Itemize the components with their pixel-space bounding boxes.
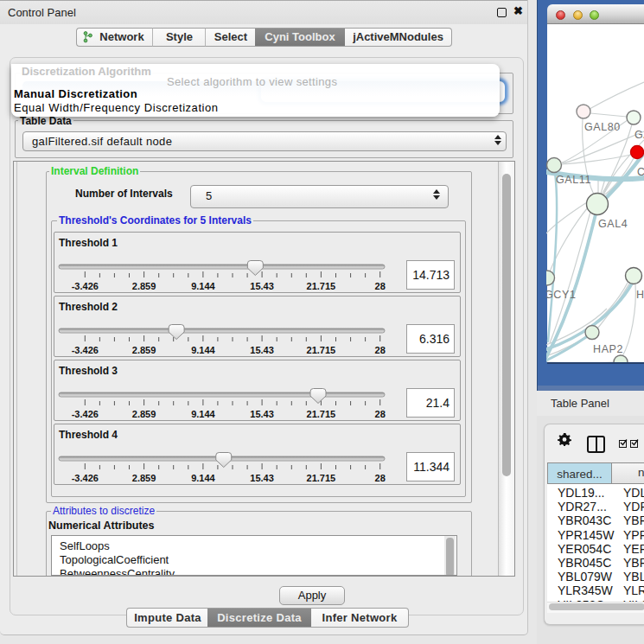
svg-text:15.43: 15.43 [250,281,274,291]
svg-text:21.715: 21.715 [307,345,336,355]
svg-text:GCY1: GCY1 [546,289,576,301]
svg-text:H: H [636,289,644,301]
svg-text:-3.426: -3.426 [72,473,99,483]
svg-text:2.859: 2.859 [132,345,156,355]
svg-text:-3.426: -3.426 [72,281,99,291]
svg-text:2.859: 2.859 [132,473,156,483]
svg-text:15.43: 15.43 [250,409,274,419]
svg-text:9.144: 9.144 [191,409,215,419]
svg-text:28: 28 [375,473,386,483]
svg-text:15.43: 15.43 [250,473,274,483]
svg-text:GAL4: GAL4 [598,218,628,230]
svg-text:28: 28 [375,281,386,291]
svg-text:28: 28 [375,409,386,419]
svg-text:GA: GA [634,129,644,141]
svg-text:2.859: 2.859 [132,409,156,419]
svg-text:9.144: 9.144 [191,473,215,483]
svg-text:GAL80: GAL80 [584,121,621,133]
svg-text:21.715: 21.715 [307,409,336,419]
svg-text:21.715: 21.715 [307,473,336,483]
svg-text:15.43: 15.43 [250,345,274,355]
svg-text:GAL11: GAL11 [556,174,591,186]
svg-text:9.144: 9.144 [191,281,215,291]
svg-text:-3.426: -3.426 [72,409,99,419]
svg-text:HAP2: HAP2 [593,343,623,355]
svg-text:CR: CR [637,166,644,178]
svg-text:21.715: 21.715 [307,281,336,291]
svg-text:28: 28 [375,345,386,355]
svg-text:9.144: 9.144 [191,345,215,355]
svg-text:2.859: 2.859 [132,281,156,291]
svg-text:-3.426: -3.426 [72,345,99,355]
